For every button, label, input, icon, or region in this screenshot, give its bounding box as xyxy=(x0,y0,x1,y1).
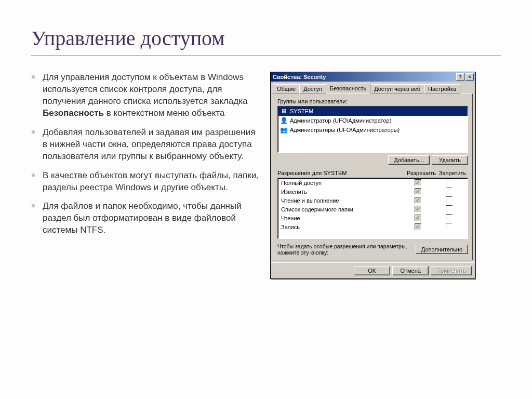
permission-row: Список содержимого папки xyxy=(278,205,468,214)
permission-row: Чтение и выполнение xyxy=(278,196,468,205)
permission-name: Чтение xyxy=(281,215,402,221)
bullet-item: Для файлов и папок необходимо, чтобы дан… xyxy=(31,201,260,236)
allow-checkbox[interactable] xyxy=(415,223,421,230)
permission-name: Список содержимого папки xyxy=(281,206,402,212)
close-icon[interactable]: × xyxy=(466,73,474,81)
bullet-item: Добавляя пользователей и задавая им разр… xyxy=(31,127,260,163)
permission-name: Чтение и выполнение xyxy=(281,197,402,204)
deny-checkbox[interactable] xyxy=(446,205,453,212)
group-icon: 👥 xyxy=(280,126,288,134)
bullet-item: Для управления доступом к объектам в Win… xyxy=(31,72,260,119)
bullet-list: Для управления доступом к объектам в Win… xyxy=(31,72,260,279)
slide-title: Управление доступом xyxy=(31,26,501,50)
ok-button[interactable]: OK xyxy=(354,266,390,275)
permissions-label: Разрешения для SYSTEM xyxy=(277,170,406,176)
permission-name: Изменить xyxy=(281,189,402,195)
bullet-item: В качестве объектов могут выступать файл… xyxy=(31,170,260,194)
dialog-title: Свойства: Security xyxy=(273,74,455,80)
groups-label: Группы или пользователи: xyxy=(277,98,468,104)
permissions-listbox[interactable]: Полный доступИзменитьЧтение и выполнение… xyxy=(277,178,468,239)
groups-listbox[interactable]: 🖥SYSTEM👤Администратор (UFO\Администратор… xyxy=(277,106,468,153)
list-item-label: SYSTEM xyxy=(290,108,313,114)
titlebar[interactable]: Свойства: Security ? × xyxy=(271,72,475,82)
add-button[interactable]: Добавить... xyxy=(388,155,430,165)
title-underline xyxy=(31,56,501,56)
deny-checkbox[interactable] xyxy=(446,196,453,203)
list-item[interactable]: 👥Администраторы (UFO\Администраторы) xyxy=(278,125,468,135)
tab-общие[interactable]: Общие xyxy=(273,84,300,94)
tab-доступ-через-веб[interactable]: Доступ через веб xyxy=(370,84,424,94)
advanced-hint: Чтобы задать особые разрешения или парам… xyxy=(277,243,411,256)
properties-dialog: Свойства: Security ? × ОбщиеДоступБезопа… xyxy=(270,72,475,279)
permission-row: Полный доступ xyxy=(278,178,468,187)
tab-безопасность[interactable]: Безопасность xyxy=(326,84,370,94)
deny-header: Запретить xyxy=(437,170,468,176)
computer-icon: 🖥 xyxy=(280,107,288,115)
permission-row: Чтение xyxy=(278,214,468,222)
tab-настройка[interactable]: Настройка xyxy=(424,84,460,94)
allow-checkbox[interactable] xyxy=(415,179,421,186)
cancel-button[interactable]: Отмена xyxy=(392,266,429,275)
tabstrip: ОбщиеДоступБезопасностьДоступ через вебН… xyxy=(271,82,475,94)
deny-checkbox[interactable] xyxy=(446,223,453,230)
list-item[interactable]: 👤Администратор (UFO\Администратор) xyxy=(278,116,468,125)
deny-checkbox[interactable] xyxy=(446,179,453,185)
permission-row: Запись xyxy=(278,222,468,231)
user-icon: 👤 xyxy=(280,116,288,125)
list-item-label: Администратор (UFO\Администратор) xyxy=(290,117,391,124)
allow-checkbox[interactable] xyxy=(415,197,421,204)
deny-checkbox[interactable] xyxy=(446,214,453,221)
remove-button[interactable]: Удалить xyxy=(432,155,468,165)
permission-name: Полный доступ xyxy=(281,180,402,186)
list-item[interactable]: 🖥SYSTEM xyxy=(278,107,468,116)
permission-row: Изменить xyxy=(278,187,468,196)
dialog-footer: OK Отмена Применить xyxy=(271,262,475,278)
allow-checkbox[interactable] xyxy=(415,188,421,195)
permission-name: Запись xyxy=(281,224,402,230)
apply-button[interactable]: Применить xyxy=(431,266,472,275)
tab-security-pane: Группы или пользователи: 🖥SYSTEM👤Админис… xyxy=(273,94,473,260)
deny-checkbox[interactable] xyxy=(446,188,453,194)
allow-checkbox[interactable] xyxy=(415,206,421,212)
tab-доступ[interactable]: Доступ xyxy=(299,84,326,94)
advanced-button[interactable]: Дополнительно xyxy=(416,245,468,254)
allow-checkbox[interactable] xyxy=(415,215,421,221)
list-item-label: Администраторы (UFO\Администраторы) xyxy=(290,127,400,133)
allow-header: Разрешить xyxy=(406,170,437,176)
help-icon[interactable]: ? xyxy=(456,73,464,81)
